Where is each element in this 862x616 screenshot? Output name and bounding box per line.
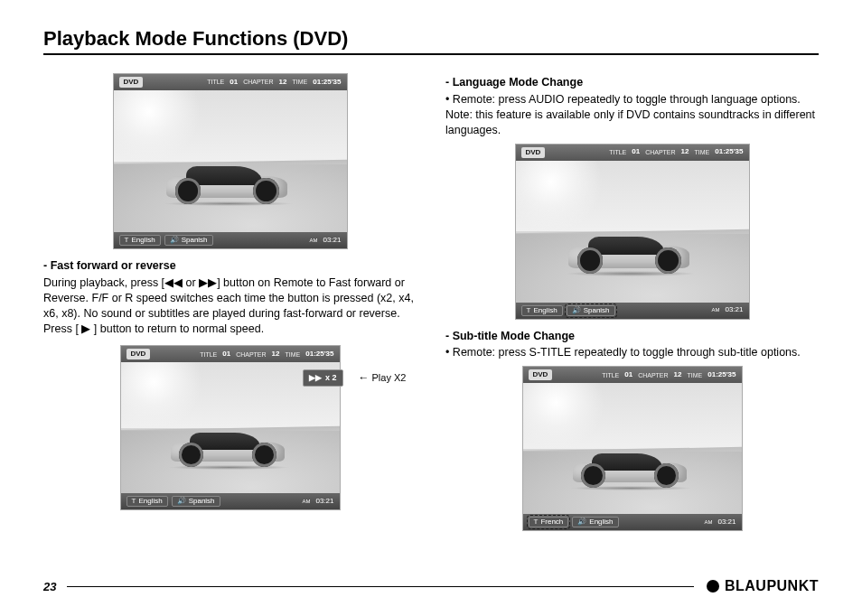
two-column-layout: DVD TITLE 01 CHAPTER 12 TIME 01:25'35 xyxy=(43,68,819,540)
subtitle-icon: T xyxy=(125,235,129,246)
paragraph-ff-1: During playback, press [◀◀ or ▶▶] button… xyxy=(43,275,417,322)
audio-indicator: 🔊Spanish xyxy=(164,235,213,246)
suv-illustration xyxy=(560,231,705,274)
video-frame xyxy=(114,90,347,232)
audio-lang: Spanish xyxy=(584,305,610,316)
screenshot-ff-x2: DVD TITLE 01 CHAPTER 12 TIME 01:25'35 xyxy=(43,345,417,510)
right-column: - Language Mode Change • Remote: press A… xyxy=(445,68,819,540)
manual-page: Playback Mode Functions (DVD) DVD TITLE … xyxy=(0,0,862,616)
subtitle-lang: French xyxy=(540,517,563,527)
page-number: 23 xyxy=(43,580,56,593)
audio-lang: Spanish xyxy=(182,235,208,246)
osd-top-bar: DVD TITLE 01 CHAPTER 12 TIME 01:25'35 xyxy=(121,346,340,362)
title-value: 01 xyxy=(230,78,238,88)
osd-bottom-bar: TFrench 🔊English AM 03:21 xyxy=(523,514,742,530)
subtitle-indicator-highlighted: TFrench xyxy=(529,517,569,527)
left-column: DVD TITLE 01 CHAPTER 12 TIME 01:25'35 xyxy=(43,68,417,540)
chapter-label: CHAPTER xyxy=(243,78,273,86)
dvd-badge: DVD xyxy=(119,77,144,88)
video-frame xyxy=(516,161,749,303)
speaker-icon: 🔊 xyxy=(170,235,179,246)
subtitle-indicator: TEnglish xyxy=(521,305,563,316)
ff-icon: ▶▶ xyxy=(309,372,322,383)
clock-value: 03:21 xyxy=(323,236,341,246)
heading-language-mode: - Language Mode Change xyxy=(445,75,819,90)
ampm-label: AM xyxy=(309,237,317,244)
dvd-screenshot: DVD TITLE01 CHAPTER12 TIME01:25'35 xyxy=(522,366,743,531)
time-value: 01:25'35 xyxy=(313,78,341,88)
fast-forward-icon: ▶▶ xyxy=(199,276,217,289)
audio-indicator: 🔊English xyxy=(572,517,618,527)
title-label: TITLE xyxy=(207,78,224,86)
dvd-screenshot: DVD TITLE 01 CHAPTER 12 TIME 01:25'35 xyxy=(113,73,348,249)
chapter-value: 12 xyxy=(279,78,287,88)
osd-bottom-bar: TEnglish 🔊Spanish AM 03:21 xyxy=(516,303,749,319)
paragraph-language: • Remote: press AUDIO repeatedly to togg… xyxy=(445,92,819,138)
rewind-icon: ◀◀ xyxy=(164,276,183,289)
subtitle-lang: English xyxy=(131,235,155,246)
brand-dot-icon xyxy=(707,580,719,593)
speaker-icon: 🔊 xyxy=(572,305,581,316)
subtitle-icon: T xyxy=(534,517,539,527)
footer-rule xyxy=(67,586,693,587)
play-speed-callout: Play X2 xyxy=(359,370,407,385)
dvd-badge: DVD xyxy=(126,349,151,359)
osd-bottom-bar: TEnglish 🔊Spanish AM 03:21 xyxy=(121,493,340,509)
page-title: Playback Mode Functions (DVD) xyxy=(43,27,819,55)
play-speed-text: x 2 xyxy=(325,372,337,383)
page-footer: 23 BLAUPUNKT xyxy=(43,578,819,594)
brand-logo: BLAUPUNKT xyxy=(707,578,819,594)
subtitle-indicator: TEnglish xyxy=(126,496,168,507)
suv-illustration xyxy=(162,428,297,468)
audio-indicator-highlighted: 🔊Spanish xyxy=(567,305,615,316)
time-label: TIME xyxy=(293,78,308,86)
osd-top-bar: DVD TITLE01 CHAPTER12 TIME01:25'35 xyxy=(523,367,742,383)
video-frame xyxy=(523,383,742,514)
screenshot-subtitle: DVD TITLE01 CHAPTER12 TIME01:25'35 xyxy=(445,366,819,531)
osd-top-bar: DVD TITLE 01 CHAPTER 12 TIME 01:25'35 xyxy=(114,74,347,90)
paragraph-ff-2: Press [ ▶ ] button to return to normal s… xyxy=(43,322,417,337)
paragraph-subtitle: • Remote: press S-TITLE repeatedly to to… xyxy=(445,345,819,360)
play-speed-overlay: ▶▶x 2 xyxy=(303,369,343,386)
suv-illustration xyxy=(158,162,303,204)
audio-indicator: 🔊Spanish xyxy=(172,496,220,507)
heading-subtitle-mode: - Sub-title Mode Change xyxy=(445,329,819,344)
suv-illustration xyxy=(564,449,699,489)
heading-fast-forward: - Fast forward or reverse xyxy=(43,258,417,274)
dvd-screenshot: DVD TITLE01 CHAPTER12 TIME01:25'35 xyxy=(515,144,750,320)
osd-bottom-bar: TEnglish 🔊Spanish AM 03:21 xyxy=(114,232,347,248)
dvd-screenshot: DVD TITLE 01 CHAPTER 12 TIME 01:25'35 xyxy=(120,345,341,510)
screenshot-language: DVD TITLE01 CHAPTER12 TIME01:25'35 xyxy=(445,144,819,320)
subtitle-indicator: TEnglish xyxy=(119,235,161,246)
osd-top-bar: DVD TITLE01 CHAPTER12 TIME01:25'35 xyxy=(516,145,749,161)
brand-text: BLAUPUNKT xyxy=(725,578,819,594)
screenshot-ff-normal: DVD TITLE 01 CHAPTER 12 TIME 01:25'35 xyxy=(43,73,417,249)
play-icon: ▶ xyxy=(81,322,90,335)
